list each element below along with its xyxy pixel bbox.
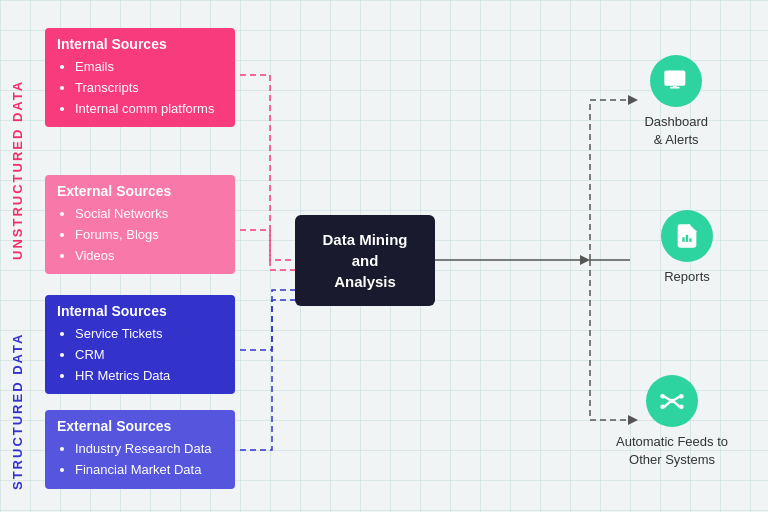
svg-rect-12	[682, 237, 684, 242]
unstructured-internal-list: Emails Transcripts Internal comm platfor…	[57, 57, 223, 119]
list-item: Social Networks	[75, 204, 223, 225]
svg-line-23	[674, 402, 679, 406]
svg-rect-13	[686, 235, 688, 242]
unstructured-internal-title: Internal Sources	[57, 36, 223, 52]
feeds-output: Automatic Feeds toOther Systems	[616, 375, 728, 469]
list-item: Service Tickets	[75, 324, 223, 345]
structured-data-label: STRUCTURED DATA	[10, 290, 25, 490]
svg-line-22	[665, 402, 670, 406]
reports-icon	[661, 210, 713, 262]
list-item: Videos	[75, 246, 223, 267]
list-item: CRM	[75, 345, 223, 366]
unstructured-external-box: External Sources Social Networks Forums,…	[45, 175, 235, 274]
list-item: Transcripts	[75, 78, 223, 99]
unstructured-data-label: UNSTRUCTURED DATA	[10, 40, 25, 260]
dashboard-output: Dashboard& Alerts	[644, 55, 708, 149]
svg-marker-5	[628, 95, 638, 105]
list-item: HR Metrics Data	[75, 366, 223, 387]
list-item: Industry Research Data	[75, 439, 223, 460]
diagram: UNSTRUCTURED DATA STRUCTURED DATA Intern…	[0, 0, 768, 512]
unstructured-external-list: Social Networks Forums, Blogs Videos	[57, 204, 223, 266]
dashboard-icon	[650, 55, 702, 107]
reports-output: Reports	[661, 210, 713, 286]
unstructured-internal-box: Internal Sources Emails Transcripts Inte…	[45, 28, 235, 127]
list-item: Forums, Blogs	[75, 225, 223, 246]
monitor-svg	[662, 67, 690, 95]
unstructured-external-title: External Sources	[57, 183, 223, 199]
document-chart-svg	[673, 222, 701, 250]
structured-internal-box: Internal Sources Service Tickets CRM HR …	[45, 295, 235, 394]
svg-line-21	[674, 397, 679, 400]
structured-external-title: External Sources	[57, 418, 223, 434]
list-item: Emails	[75, 57, 223, 78]
network-svg	[658, 387, 686, 415]
svg-line-20	[665, 397, 670, 400]
structured-internal-title: Internal Sources	[57, 303, 223, 319]
reports-label: Reports	[664, 268, 710, 286]
feeds-icon	[646, 375, 698, 427]
structured-internal-list: Service Tickets CRM HR Metrics Data	[57, 324, 223, 386]
list-item: Internal comm platforms	[75, 99, 223, 120]
svg-rect-9	[665, 71, 686, 86]
dashboard-label: Dashboard& Alerts	[644, 113, 708, 149]
structured-external-list: Industry Research Data Financial Market …	[57, 439, 223, 481]
svg-rect-11	[673, 86, 677, 88]
structured-external-box: External Sources Industry Research Data …	[45, 410, 235, 489]
svg-marker-1	[580, 255, 590, 265]
feeds-label: Automatic Feeds toOther Systems	[616, 433, 728, 469]
list-item: Financial Market Data	[75, 460, 223, 481]
center-box: Data Mining and Analysis	[295, 215, 435, 306]
svg-rect-14	[689, 238, 691, 242]
